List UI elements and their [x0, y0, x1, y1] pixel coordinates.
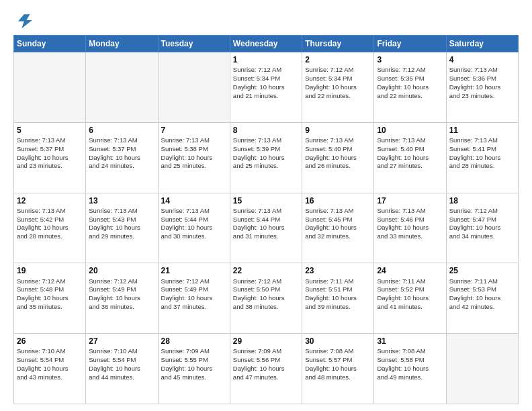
day-number: 14 [161, 195, 227, 206]
calendar-cell: 26Sunrise: 7:10 AMSunset: 5:54 PMDayligh… [14, 334, 86, 404]
weekday-header-monday: Monday [86, 36, 158, 52]
day-number: 31 [377, 336, 443, 347]
calendar-cell: 28Sunrise: 7:09 AMSunset: 5:55 PMDayligh… [158, 334, 230, 404]
day-info: Sunrise: 7:12 AMSunset: 5:47 PMDaylight:… [449, 207, 515, 241]
week-row-0: 1Sunrise: 7:12 AMSunset: 5:34 PMDaylight… [14, 52, 519, 123]
day-number: 17 [377, 195, 443, 206]
calendar-cell: 31Sunrise: 7:08 AMSunset: 5:58 PMDayligh… [374, 334, 446, 404]
day-info: Sunrise: 7:13 AMSunset: 5:39 PMDaylight:… [233, 136, 299, 171]
day-number: 18 [449, 195, 515, 206]
header [13, 11, 519, 30]
day-number: 30 [305, 336, 371, 347]
calendar-cell: 2Sunrise: 7:12 AMSunset: 5:34 PMDaylight… [302, 52, 374, 123]
calendar-cell: 9Sunrise: 7:13 AMSunset: 5:40 PMDaylight… [302, 122, 374, 193]
day-info: Sunrise: 7:13 AMSunset: 5:44 PMDaylight:… [161, 207, 227, 241]
calendar-cell: 13Sunrise: 7:13 AMSunset: 5:43 PMDayligh… [86, 193, 158, 263]
day-number: 27 [89, 336, 154, 347]
day-info: Sunrise: 7:11 AMSunset: 5:51 PMDaylight:… [305, 277, 371, 312]
day-info: Sunrise: 7:13 AMSunset: 5:37 PMDaylight:… [17, 136, 83, 171]
calendar-cell: 10Sunrise: 7:13 AMSunset: 5:40 PMDayligh… [374, 122, 446, 193]
day-info: Sunrise: 7:09 AMSunset: 5:56 PMDaylight:… [233, 347, 299, 381]
day-info: Sunrise: 7:13 AMSunset: 5:41 PMDaylight:… [449, 136, 515, 171]
calendar-cell: 24Sunrise: 7:11 AMSunset: 5:52 PMDayligh… [374, 263, 446, 334]
logo [13, 11, 35, 30]
day-number: 12 [17, 195, 83, 206]
calendar-cell: 16Sunrise: 7:13 AMSunset: 5:45 PMDayligh… [302, 193, 374, 263]
calendar-cell [14, 52, 86, 123]
day-number: 15 [233, 195, 299, 206]
day-info: Sunrise: 7:12 AMSunset: 5:35 PMDaylight:… [377, 66, 443, 100]
calendar-cell: 17Sunrise: 7:13 AMSunset: 5:46 PMDayligh… [374, 193, 446, 263]
day-info: Sunrise: 7:13 AMSunset: 5:46 PMDaylight:… [377, 207, 443, 241]
day-number: 2 [305, 54, 371, 65]
calendar-cell: 22Sunrise: 7:12 AMSunset: 5:50 PMDayligh… [230, 263, 302, 334]
weekday-header-row: SundayMondayTuesdayWednesdayThursdayFrid… [14, 36, 519, 52]
calendar-cell: 7Sunrise: 7:13 AMSunset: 5:38 PMDaylight… [158, 122, 230, 193]
day-info: Sunrise: 7:13 AMSunset: 5:38 PMDaylight:… [161, 136, 227, 171]
week-row-2: 12Sunrise: 7:13 AMSunset: 5:42 PMDayligh… [14, 193, 519, 263]
day-info: Sunrise: 7:08 AMSunset: 5:58 PMDaylight:… [377, 347, 443, 381]
day-number: 29 [233, 336, 299, 347]
day-number: 22 [233, 265, 299, 276]
day-info: Sunrise: 7:13 AMSunset: 5:36 PMDaylight:… [449, 66, 515, 100]
week-row-1: 5Sunrise: 7:13 AMSunset: 5:37 PMDaylight… [14, 122, 519, 193]
day-number: 20 [89, 265, 154, 276]
day-info: Sunrise: 7:13 AMSunset: 5:37 PMDaylight:… [89, 136, 154, 171]
day-number: 3 [377, 54, 443, 65]
day-number: 28 [161, 336, 227, 347]
weekday-header-sunday: Sunday [14, 36, 86, 52]
day-info: Sunrise: 7:12 AMSunset: 5:50 PMDaylight:… [233, 277, 299, 312]
day-number: 6 [89, 125, 154, 136]
calendar-cell: 18Sunrise: 7:12 AMSunset: 5:47 PMDayligh… [446, 193, 518, 263]
day-info: Sunrise: 7:12 AMSunset: 5:49 PMDaylight:… [89, 277, 154, 312]
calendar-cell [446, 334, 518, 404]
day-info: Sunrise: 7:13 AMSunset: 5:45 PMDaylight:… [305, 207, 371, 241]
calendar-cell: 8Sunrise: 7:13 AMSunset: 5:39 PMDaylight… [230, 122, 302, 193]
calendar-cell: 12Sunrise: 7:13 AMSunset: 5:42 PMDayligh… [14, 193, 86, 263]
day-info: Sunrise: 7:12 AMSunset: 5:34 PMDaylight:… [233, 66, 299, 100]
day-info: Sunrise: 7:10 AMSunset: 5:54 PMDaylight:… [89, 347, 154, 381]
calendar-cell: 27Sunrise: 7:10 AMSunset: 5:54 PMDayligh… [86, 334, 158, 404]
day-info: Sunrise: 7:13 AMSunset: 5:40 PMDaylight:… [305, 136, 371, 171]
calendar-cell [86, 52, 158, 123]
calendar-cell: 4Sunrise: 7:13 AMSunset: 5:36 PMDaylight… [446, 52, 518, 123]
week-row-3: 19Sunrise: 7:12 AMSunset: 5:48 PMDayligh… [14, 263, 519, 334]
day-info: Sunrise: 7:11 AMSunset: 5:53 PMDaylight:… [449, 277, 515, 312]
day-info: Sunrise: 7:09 AMSunset: 5:55 PMDaylight:… [161, 347, 227, 381]
day-number: 5 [17, 125, 83, 136]
calendar-cell: 30Sunrise: 7:08 AMSunset: 5:57 PMDayligh… [302, 334, 374, 404]
calendar-cell: 5Sunrise: 7:13 AMSunset: 5:37 PMDaylight… [14, 122, 86, 193]
day-info: Sunrise: 7:11 AMSunset: 5:52 PMDaylight:… [377, 277, 443, 312]
day-info: Sunrise: 7:13 AMSunset: 5:43 PMDaylight:… [89, 207, 154, 241]
logo-icon [13, 11, 32, 30]
day-number: 21 [161, 265, 227, 276]
calendar-cell: 20Sunrise: 7:12 AMSunset: 5:49 PMDayligh… [86, 263, 158, 334]
day-info: Sunrise: 7:12 AMSunset: 5:49 PMDaylight:… [161, 277, 227, 312]
calendar-cell: 29Sunrise: 7:09 AMSunset: 5:56 PMDayligh… [230, 334, 302, 404]
weekday-header-tuesday: Tuesday [158, 36, 230, 52]
day-info: Sunrise: 7:13 AMSunset: 5:44 PMDaylight:… [233, 207, 299, 241]
weekday-header-friday: Friday [374, 36, 446, 52]
calendar-table: SundayMondayTuesdayWednesdayThursdayFrid… [13, 35, 519, 404]
calendar-cell: 23Sunrise: 7:11 AMSunset: 5:51 PMDayligh… [302, 263, 374, 334]
calendar-cell: 14Sunrise: 7:13 AMSunset: 5:44 PMDayligh… [158, 193, 230, 263]
calendar-cell: 15Sunrise: 7:13 AMSunset: 5:44 PMDayligh… [230, 193, 302, 263]
day-number: 16 [305, 195, 371, 206]
calendar-cell: 6Sunrise: 7:13 AMSunset: 5:37 PMDaylight… [86, 122, 158, 193]
day-number: 24 [377, 265, 443, 276]
day-info: Sunrise: 7:13 AMSunset: 5:40 PMDaylight:… [377, 136, 443, 171]
day-info: Sunrise: 7:13 AMSunset: 5:42 PMDaylight:… [17, 207, 83, 241]
day-number: 9 [305, 125, 371, 136]
day-number: 8 [233, 125, 299, 136]
day-number: 7 [161, 125, 227, 136]
weekday-header-thursday: Thursday [302, 36, 374, 52]
calendar-cell: 19Sunrise: 7:12 AMSunset: 5:48 PMDayligh… [14, 263, 86, 334]
day-number: 1 [233, 54, 299, 65]
calendar-cell: 21Sunrise: 7:12 AMSunset: 5:49 PMDayligh… [158, 263, 230, 334]
day-number: 23 [305, 265, 371, 276]
calendar-cell: 25Sunrise: 7:11 AMSunset: 5:53 PMDayligh… [446, 263, 518, 334]
day-info: Sunrise: 7:08 AMSunset: 5:57 PMDaylight:… [305, 347, 371, 381]
svg-marker-0 [18, 14, 32, 28]
day-number: 19 [17, 265, 83, 276]
weekday-header-wednesday: Wednesday [230, 36, 302, 52]
